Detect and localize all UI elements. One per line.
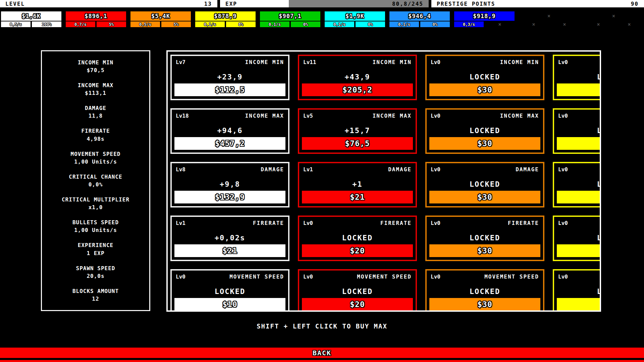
card-level: Lv0 [431, 274, 440, 280]
card-level: Lv18 [176, 113, 189, 119]
stat-label: CRITICAL CHANCE [69, 173, 122, 181]
card-effect-or-locked: LOCKED [427, 126, 543, 135]
upgrade-card-r4c4[interactable]: Lv0LOCKED [553, 216, 601, 261]
stat-label: INCOME MAX [78, 81, 113, 89]
stat-value: 11,8 [85, 112, 106, 120]
currency-amount: $946,4 [389, 11, 450, 21]
empty-slot-x-icon: × [612, 13, 615, 19]
card-effect-or-locked: LOCKED [299, 287, 416, 296]
upgrade-card-r3c2[interactable]: Lv1DAMAGE+1$21 [298, 162, 417, 207]
currency-rate-cell: 0,5/s [1, 21, 31, 27]
currency-sub-row: 0,1/s8% [195, 21, 256, 27]
card-stat-name: FIRERATE [508, 220, 539, 226]
card-stat-name: MOVEMENT SPEED [357, 274, 412, 280]
card-level: Lv1 [176, 220, 185, 226]
currency-rate-cell: × [584, 21, 613, 27]
card-stat-name: FIRERATE [380, 220, 412, 226]
currency-slot-4: $878,90,1/s8% [195, 11, 256, 27]
currency-slot-8: $918,90,3/s× [454, 11, 515, 27]
card-price-bar [557, 298, 601, 311]
upgrade-card-r4c2[interactable]: Lv0FIRERATELOCKED$20 [298, 216, 417, 261]
prestige-label: PRESTIGE POINTS [437, 1, 495, 7]
currency-rate-cell: 0,5/s [130, 21, 160, 27]
currency-amount: $907,1 [260, 11, 320, 21]
card-header: Lv11INCOME MIN [299, 56, 416, 65]
card-price-bar [557, 191, 601, 203]
card-effect-or-locked: LOCKED [299, 234, 416, 242]
stat-item: BULLETS SPEED1,00 Units/s [72, 219, 119, 234]
exp-label: EXP [225, 1, 237, 7]
upgrade-card-r1c3[interactable]: Lv0INCOME MINLOCKED$30 [425, 55, 544, 100]
card-price-bar [557, 83, 601, 96]
card-price-bar: $21 [302, 191, 413, 203]
stat-item: BLOCKS AMOUNT12 [72, 287, 119, 303]
card-effect-or-locked: LOCKED [427, 180, 543, 188]
upgrade-card-r4c1[interactable]: Lv1FIRERATE+0,02s$21 [170, 216, 289, 261]
stat-value: $70,5 [78, 66, 113, 74]
card-header: Lv0MOVEMENT SPEED [427, 270, 543, 280]
stat-item: SPAWN SPEED20,0s [76, 264, 115, 280]
currency-slot-3: $5,4K0,5/s5% [130, 11, 191, 27]
currency-rate-cell: × [519, 21, 548, 27]
card-header: Lv0FIRERATE [427, 217, 543, 226]
stat-label: EXPERIENCE [78, 241, 113, 249]
upgrade-card-r5c4[interactable]: Lv0LOCKED [553, 269, 601, 312]
upgrade-card-r4c3[interactable]: Lv0FIRERATELOCKED$30 [425, 216, 544, 261]
upgrade-card-r2c2[interactable]: Lv5INCOME MAX+15,7$76,5 [298, 108, 417, 154]
empty-cell-x-icon: × [532, 21, 535, 27]
upgrade-card-r5c1[interactable]: Lv0MOVEMENT SPEEDLOCKED$10 [170, 269, 289, 312]
currency-amount: $1,6K [1, 11, 61, 21]
card-effect-or-locked: +9,8 [172, 180, 288, 188]
card-level: Lv0 [558, 113, 568, 119]
card-stat-name: INCOME MAX [373, 113, 412, 119]
back-button[interactable]: BACK [0, 348, 644, 358]
currency-sub-row: 0,3/s× [454, 21, 515, 27]
stat-value: 1,00 Units/s [71, 158, 121, 166]
stat-value: 1 EXP [78, 249, 113, 257]
card-level: Lv5 [303, 113, 313, 119]
card-level: Lv0 [558, 274, 568, 280]
card-effect-or-locked: LOCKED [427, 287, 543, 296]
card-effect-or-locked: LOCKED [427, 234, 543, 242]
card-stat-name: DAMAGE [388, 166, 412, 173]
card-header: Lv0INCOME MIN [427, 56, 543, 65]
upgrade-card-r5c2[interactable]: Lv0MOVEMENT SPEEDLOCKED$20 [298, 269, 417, 312]
card-header: Lv0 [554, 217, 601, 226]
currency-sub-row: ×× [519, 21, 579, 27]
card-effect-or-locked: +15,7 [299, 126, 416, 135]
card-level: Lv0 [176, 274, 185, 280]
currency-sub-row: ×× [584, 21, 644, 27]
upgrade-card-r2c1[interactable]: Lv18INCOME MAX+94,6$457,2 [170, 108, 289, 154]
stat-label: CRITICAL MULTIPLIER [62, 196, 129, 203]
upgrade-card-r2c3[interactable]: Lv0INCOME MAXLOCKED$30 [425, 108, 544, 154]
currency-percent-cell: × [614, 21, 644, 27]
card-header: Lv5INCOME MAX [299, 110, 416, 119]
currency-slot-9: ××× [519, 11, 579, 27]
upgrade-card-r1c4[interactable]: Lv0LOCKED [553, 55, 601, 100]
upgrade-card-r1c2[interactable]: Lv11INCOME MIN+43,9$205,2 [298, 55, 417, 100]
stat-item: MOVEMENT SPEED1,00 Units/s [71, 150, 121, 166]
card-level: Lv0 [558, 220, 568, 226]
currency-percent-cell: 100% [32, 21, 61, 27]
card-effect-or-locked: LOCKED [554, 126, 601, 135]
card-price-bar: $30 [429, 191, 540, 203]
upgrade-card-r3c1[interactable]: Lv8DAMAGE+9,8$132,9 [170, 162, 289, 207]
empty-cell-x-icon: × [597, 21, 600, 27]
upgrades-grid: Lv7INCOME MIN+23,9$112,5Lv11INCOME MIN+4… [166, 50, 601, 312]
card-stat-name: FIRERATE [253, 220, 284, 226]
currency-amount: $5,4K [130, 11, 191, 21]
currency-sub-row: 0,1/s0% [260, 21, 320, 27]
stat-value: $113,1 [78, 89, 113, 97]
stat-value: 0,0% [69, 181, 122, 188]
upgrade-card-r2c4[interactable]: Lv0LOCKED [553, 108, 601, 154]
card-price-bar: $205,2 [302, 83, 413, 96]
upgrade-card-r5c3[interactable]: Lv0MOVEMENT SPEEDLOCKED$30 [425, 269, 544, 312]
upgrade-card-r3c3[interactable]: Lv0DAMAGELOCKED$30 [425, 162, 544, 207]
upgrade-card-r1c1[interactable]: Lv7INCOME MIN+23,9$112,5 [170, 55, 289, 100]
currency-rate-cell: 0,7/s [66, 21, 95, 27]
card-stat-name: MOVEMENT SPEED [484, 274, 539, 280]
upgrade-card-r3c4[interactable]: Lv0LOCKED [553, 162, 601, 207]
currency-slot-2: $896,10,7/s5% [66, 11, 126, 27]
stats-panel: INCOME MIN$70,5INCOME MAX$113,1DAMAGE11,… [41, 50, 150, 311]
currency-sub-row: 0,1/s0% [389, 21, 450, 27]
